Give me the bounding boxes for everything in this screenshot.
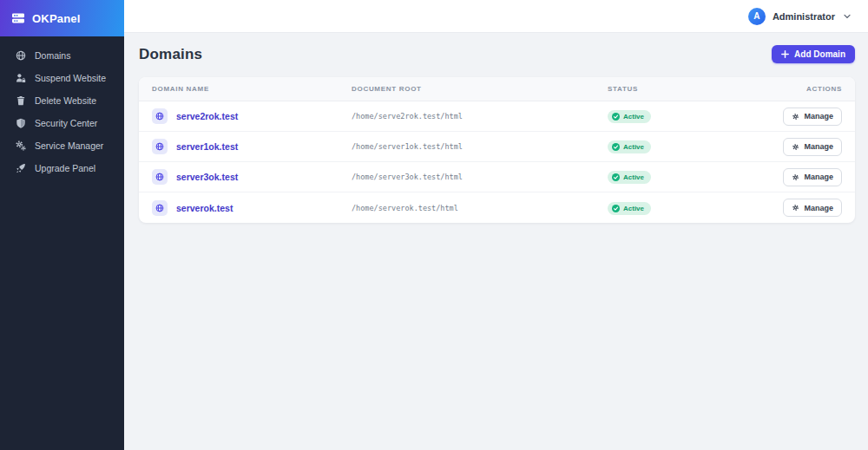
- document-root: /home/server1ok.test/html: [352, 142, 608, 151]
- globe-icon: [15, 50, 26, 62]
- sidebar-item-label: Domains: [35, 50, 70, 61]
- topbar: A Administrator: [124, 0, 868, 33]
- plus-icon: [781, 50, 789, 58]
- user-menu-name: Administrator: [773, 11, 835, 22]
- table-row: server3ok.test /home/server3ok.test/html…: [139, 162, 855, 192]
- check-circle-icon: [612, 113, 620, 121]
- status-badge: Active: [608, 110, 651, 123]
- status-badge: Active: [608, 140, 651, 153]
- status-badge: Active: [608, 202, 651, 215]
- add-domain-label: Add Domain: [794, 49, 845, 59]
- table-row: serve2rok.test /home/serve2rok.test/html…: [139, 101, 855, 132]
- globe-icon: [152, 169, 168, 185]
- status-badge: Active: [608, 171, 651, 184]
- document-root: /home/server3ok.test/html: [352, 173, 608, 181]
- sidebar-item-domains[interactable]: Domains: [0, 44, 124, 67]
- sidebar-item-service-manager[interactable]: Service Manager: [0, 134, 124, 157]
- column-header-document-root: Document Root: [352, 85, 608, 93]
- main-content: Domains Add Domain Domain Name Document …: [124, 33, 868, 450]
- sidebar-item-label: Service Manager: [35, 140, 103, 151]
- domain-link[interactable]: server3ok.test: [176, 172, 238, 182]
- domain-link[interactable]: server1ok.test: [176, 141, 238, 152]
- sidebar-item-delete-website[interactable]: Delete Website: [0, 89, 124, 112]
- document-root: /home/serve2rok.test/html: [352, 112, 608, 121]
- gears-icon: [15, 140, 26, 152]
- gear-icon: [792, 143, 799, 151]
- domains-table-card: Domain Name Document Root Status Actions…: [139, 77, 855, 223]
- trash-icon: [15, 95, 26, 107]
- table-row: serverok.test /home/serverok.test/html A…: [139, 192, 855, 223]
- check-circle-icon: [612, 173, 620, 181]
- sidebar-item-security-center[interactable]: Security Center: [0, 112, 124, 134]
- column-header-domain-name: Domain Name: [152, 85, 352, 93]
- gear-icon: [792, 173, 799, 181]
- sidebar-item-label: Delete Website: [35, 95, 96, 106]
- sidebar: OKPanel Domains Suspend Website: [0, 0, 124, 450]
- domain-link[interactable]: serve2rok.test: [176, 111, 238, 121]
- check-circle-icon: [612, 143, 620, 151]
- table-row: server1ok.test /home/server1ok.test/html…: [139, 132, 855, 162]
- domain-link[interactable]: serverok.test: [176, 203, 233, 213]
- sidebar-item-label: Security Center: [35, 118, 97, 128]
- chevron-down-icon[interactable]: [844, 14, 851, 19]
- sidebar-item-label: Suspend Website: [35, 73, 106, 83]
- server-icon: [11, 11, 25, 25]
- sidebar-item-upgrade-panel[interactable]: Upgrade Panel: [0, 157, 124, 179]
- shield-icon: [15, 118, 26, 129]
- check-circle-icon: [612, 205, 620, 212]
- gear-icon: [792, 204, 799, 212]
- document-root: /home/serverok.test/html: [352, 204, 608, 212]
- globe-icon: [152, 200, 168, 216]
- globe-icon: [152, 139, 168, 154]
- manage-button[interactable]: Manage: [783, 168, 842, 186]
- column-header-status: Status: [608, 85, 755, 93]
- column-header-actions: Actions: [755, 85, 842, 93]
- app-name: OKPanel: [32, 12, 81, 25]
- manage-button[interactable]: Manage: [783, 199, 842, 217]
- add-domain-button[interactable]: Add Domain: [772, 45, 855, 63]
- page-title: Domains: [139, 46, 202, 63]
- globe-icon: [152, 108, 168, 124]
- page-header: Domains Add Domain: [139, 45, 855, 63]
- avatar: A: [748, 8, 766, 25]
- table-header-row: Domain Name Document Root Status Actions: [139, 77, 855, 101]
- sidebar-item-suspend-website[interactable]: Suspend Website: [0, 67, 124, 89]
- user-lock-icon: [15, 73, 26, 84]
- sidebar-nav: Domains Suspend Website Del: [0, 36, 124, 179]
- gear-icon: [792, 113, 799, 121]
- manage-button[interactable]: Manage: [783, 138, 842, 156]
- app-logo: OKPanel: [0, 0, 124, 36]
- sidebar-item-label: Upgrade Panel: [35, 163, 95, 173]
- rocket-icon: [15, 163, 26, 174]
- manage-button[interactable]: Manage: [783, 108, 842, 126]
